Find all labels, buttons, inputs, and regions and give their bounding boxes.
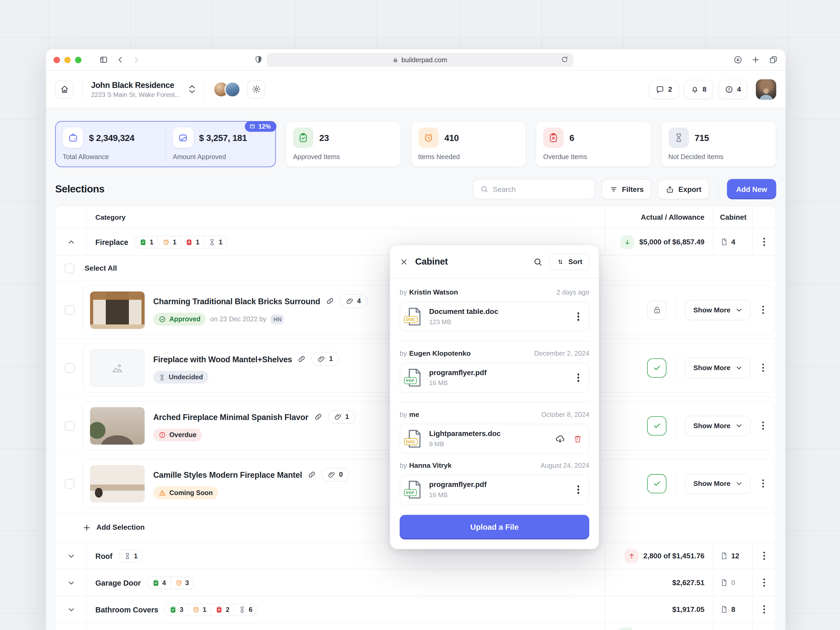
cabinet-cell[interactable]: 12 (713, 543, 752, 569)
item-menu-button[interactable] (759, 476, 767, 491)
sidebar-toggle-icon[interactable] (99, 55, 108, 64)
category-row-garage-door[interactable]: Garage Door 4 3 (56, 569, 776, 596)
export-button[interactable]: Export (658, 179, 709, 199)
collapse-chevron-icon[interactable] (56, 229, 87, 255)
approved-status-box[interactable] (647, 416, 666, 435)
show-more-button[interactable]: Show More (685, 300, 750, 320)
close-window-button[interactable] (54, 57, 60, 63)
approved-items-card[interactable]: 23 Approved Items (286, 121, 401, 167)
allowance-card[interactable]: $ 2,349,324 Total Allowance $ 3,257, 181… (55, 121, 276, 167)
category-row-bathroom-covers[interactable]: Bathroom Covers 3 1 (56, 596, 776, 623)
show-more-button[interactable]: Show More (685, 415, 750, 436)
filters-button[interactable]: Filters (602, 179, 652, 199)
overdue-items-card[interactable]: 6 Overdue Items (536, 121, 651, 167)
alerts-button[interactable]: 4 (718, 79, 747, 99)
locked-status-box[interactable] (647, 300, 666, 319)
file-name: Lightparameters.doc (429, 430, 501, 438)
divider (676, 357, 676, 379)
file-card[interactable]: PDF programflyer.pdf 16 MB (399, 475, 589, 505)
link-icon[interactable] (297, 355, 306, 363)
attachments-pill[interactable]: 0 (321, 468, 349, 482)
alarm-clock-icon (418, 128, 439, 148)
avatar[interactable] (225, 81, 241, 97)
select-all-checkbox[interactable] (65, 263, 74, 273)
not-decided-items-value: 715 (695, 133, 709, 143)
window-controls[interactable] (54, 57, 81, 63)
over-budget-icon (624, 549, 638, 563)
delete-icon[interactable] (573, 434, 583, 444)
show-more-button[interactable]: Show More (685, 473, 750, 494)
attachments-pill[interactable]: 4 (339, 294, 367, 308)
home-button[interactable] (55, 80, 73, 98)
new-tab-icon[interactable] (751, 55, 760, 64)
file-card[interactable]: PDF programflyer.pdf 16 MB (399, 363, 589, 393)
link-icon[interactable] (325, 297, 334, 306)
minimize-window-button[interactable] (64, 57, 71, 63)
notifications-button[interactable]: 8 (684, 79, 713, 99)
add-new-button[interactable]: Add New (727, 179, 776, 199)
attachments-pill[interactable]: 1 (328, 410, 355, 424)
user-avatar[interactable] (756, 79, 777, 99)
item-checkbox[interactable] (65, 478, 74, 488)
expand-chevron-icon[interactable] (56, 543, 87, 569)
file-size: 123 MB (429, 318, 498, 326)
item-checkbox[interactable] (65, 421, 74, 431)
expand-chevron-icon[interactable] (56, 569, 87, 595)
address-bar[interactable]: builderpad.com (267, 53, 573, 67)
cabinet-cell[interactable]: 4 (713, 229, 752, 255)
cabinet-cell[interactable]: 0 (713, 569, 752, 595)
search-input[interactable] (493, 185, 588, 193)
show-more-button[interactable]: Show More (685, 357, 750, 378)
item-checkbox[interactable] (65, 305, 74, 315)
team-avatars[interactable] (213, 81, 241, 97)
row-menu-button[interactable] (760, 234, 768, 249)
back-icon[interactable] (116, 56, 125, 64)
category-status-badges: 3 1 2 6 (164, 603, 257, 616)
undecided-count-badge: 1 (204, 236, 227, 248)
link-icon[interactable] (314, 412, 322, 421)
downloads-icon[interactable] (733, 55, 743, 64)
zoom-window-button[interactable] (75, 57, 81, 63)
project-switcher-icon[interactable] (189, 85, 196, 94)
item-menu-button[interactable] (759, 418, 767, 433)
messages-count: 2 (668, 85, 672, 93)
approved-status-box[interactable] (647, 474, 666, 493)
privacy-shield-icon[interactable] (254, 55, 262, 64)
project-selector[interactable]: John Black Residence 2223 S Main St, Wak… (91, 80, 180, 98)
approved-status-box[interactable] (647, 358, 666, 377)
not-decided-items-card[interactable]: 715 Not Decided Items (661, 121, 776, 167)
item-menu-button[interactable] (759, 303, 767, 317)
attachments-pill[interactable]: 1 (311, 352, 339, 366)
divider (399, 341, 589, 341)
row-menu-button[interactable] (760, 548, 768, 563)
search-icon[interactable] (533, 257, 543, 267)
forward-icon[interactable] (132, 56, 141, 64)
close-icon[interactable] (399, 257, 408, 266)
search-box[interactable] (473, 179, 595, 199)
sort-button[interactable]: Sort (549, 253, 589, 270)
item-menu-button[interactable] (759, 360, 767, 375)
file-card[interactable]: DOC Lightparameters.doc 9 MB (399, 424, 589, 453)
wallet-check-icon (173, 128, 193, 148)
attachments-count: 1 (345, 413, 349, 420)
tab-overview-icon[interactable] (769, 55, 778, 64)
row-menu-button[interactable] (760, 575, 768, 590)
file-menu-button[interactable] (574, 482, 582, 497)
item-title: Camille Styles Modern Fireplace Mantel (153, 470, 302, 479)
items-needed-card[interactable]: 410 Items Needed (411, 121, 526, 167)
cabinet-cell[interactable]: 8 (713, 596, 752, 622)
alert-circle-icon (725, 85, 733, 93)
expand-chevron-icon[interactable] (56, 596, 87, 622)
download-icon[interactable] (555, 434, 565, 444)
settings-button[interactable] (247, 80, 265, 98)
file-menu-button[interactable] (574, 370, 582, 385)
link-icon[interactable] (307, 471, 316, 479)
item-title: Arched Fireplace Minimal Spanish Flavor (153, 412, 308, 421)
item-checkbox[interactable] (65, 363, 74, 373)
messages-button[interactable]: 2 (649, 79, 679, 99)
file-menu-button[interactable] (574, 309, 582, 324)
upload-file-button[interactable]: Upload a File (399, 515, 589, 540)
row-menu-button[interactable] (760, 602, 768, 617)
reload-icon[interactable] (561, 56, 568, 63)
file-card[interactable]: DOC Document table.doc 123 MB (399, 302, 589, 332)
